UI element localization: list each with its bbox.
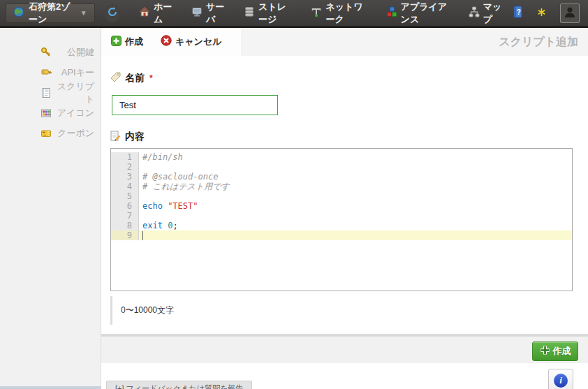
info-icon: i <box>554 374 568 388</box>
script-icon <box>40 87 52 98</box>
code-area: 1 #/bin/sh 2 3 # @sacloud-once 4 # これはテス… <box>111 149 572 240</box>
storage-icon <box>244 6 255 20</box>
sidebar-item-coupon[interactable]: クーポン <box>0 123 101 143</box>
line-number: 7 <box>111 211 139 221</box>
name-input[interactable] <box>112 95 278 115</box>
zone-label: 石狩第2ゾーン <box>29 1 76 26</box>
refresh-icon <box>107 6 118 20</box>
script-code-editor[interactable]: 1 #/bin/sh 2 3 # @sacloud-once 4 # これはテス… <box>110 148 573 291</box>
help-icon: ? <box>512 6 523 21</box>
sidebar: 公開鍵 APIキー スクリプト アイコン クーポン <box>0 28 101 389</box>
name-field-label: 名前 * <box>110 71 153 85</box>
code-line: 2 <box>111 162 572 172</box>
sakura-cloud-control-panel: 石狩第2ゾーン ▼ ホーム サーバ <box>0 0 588 389</box>
chevron-down-icon: ▼ <box>80 9 87 17</box>
line-number: 1 <box>111 152 139 162</box>
line-number: 2 <box>111 162 139 172</box>
nav-item-appliance[interactable]: アプライアンス <box>377 0 460 27</box>
content-field-label: 内容 <box>110 130 145 144</box>
info-button[interactable]: i <box>548 369 573 389</box>
char-limit-hint: 0〜10000文字 <box>110 296 174 325</box>
code-line: 3 # @sacloud-once <box>111 172 572 182</box>
user-menu-button[interactable] <box>560 3 580 23</box>
line-number: 5 <box>111 191 139 201</box>
tag-icon <box>110 71 122 85</box>
notification-button[interactable] <box>537 7 546 20</box>
text-cursor <box>142 231 143 240</box>
toolbar: 作成 キャンセル スクリプト追加 <box>101 28 588 56</box>
zone-selector[interactable]: 石狩第2ゾーン ▼ <box>6 3 95 23</box>
topbar-right-controls: ? <box>512 3 588 23</box>
required-mark: * <box>149 73 153 83</box>
plus-icon <box>111 36 122 49</box>
coupon-icon <box>40 128 52 139</box>
create-button-toolbar[interactable]: 作成 <box>111 28 143 56</box>
appliance-icon <box>386 6 397 20</box>
main-nav: ホーム サーバ ストレージ ネットワーク <box>130 0 512 27</box>
plus-icon <box>540 345 550 358</box>
sidebar-bottom-strip <box>0 386 101 389</box>
nav-item-storage[interactable]: ストレージ <box>235 0 302 27</box>
bottom-action-bar: 作成 <box>101 334 588 363</box>
code-line: 4 # これはテスト用です <box>111 182 572 191</box>
code-line: 5 <box>111 191 572 201</box>
map-icon <box>469 6 480 20</box>
svg-text:?: ? <box>517 8 521 15</box>
create-button-submit[interactable]: 作成 <box>532 342 578 361</box>
refresh-button[interactable] <box>105 4 120 22</box>
line-number: 8 <box>111 221 139 230</box>
cancel-icon <box>161 35 172 49</box>
notepad-icon <box>110 130 122 144</box>
line-number: 4 <box>111 182 139 191</box>
network-icon <box>311 6 322 20</box>
nav-item-server[interactable]: サーバ <box>182 0 235 27</box>
nav-item-home[interactable]: ホーム <box>130 0 182 27</box>
line-number: 9 <box>111 230 139 240</box>
cancel-button-toolbar[interactable]: キャンセル <box>161 28 222 56</box>
sidebar-item-icon[interactable]: アイコン <box>0 103 101 123</box>
user-icon <box>563 5 577 22</box>
home-icon <box>139 6 150 20</box>
code-line-active: 9 <box>111 230 572 240</box>
code-line: 6 echo "TEST" <box>111 201 572 211</box>
sidebar-item-public-key[interactable]: 公開鍵 <box>0 42 101 62</box>
main-content: 作成 キャンセル スクリプト追加 名前 * 内容 <box>101 28 588 389</box>
line-number: 3 <box>111 172 139 182</box>
code-line: 7 <box>111 211 572 221</box>
page-title: スクリプト追加 <box>499 28 578 56</box>
sparkle-icon <box>537 7 546 20</box>
sidebar-item-script[interactable]: スクリプト <box>0 82 101 103</box>
feedback-tab[interactable]: [+] フィードバックまたは質問を報告 <box>106 381 252 389</box>
code-line: 1 #/bin/sh <box>111 152 572 162</box>
code-line: 8 exit 0; <box>111 221 572 230</box>
api-key-icon <box>40 67 52 78</box>
icon-grid-icon <box>40 108 52 119</box>
nav-item-network[interactable]: ネットワーク <box>302 0 376 27</box>
top-navigation-bar: 石狩第2ゾーン ▼ ホーム サーバ <box>0 0 588 28</box>
help-button[interactable]: ? <box>512 6 523 21</box>
globe-icon <box>13 6 24 20</box>
public-key-icon <box>40 47 52 58</box>
server-icon <box>191 6 203 20</box>
nav-item-map[interactable]: マップ <box>460 0 512 27</box>
line-number: 6 <box>111 201 139 211</box>
